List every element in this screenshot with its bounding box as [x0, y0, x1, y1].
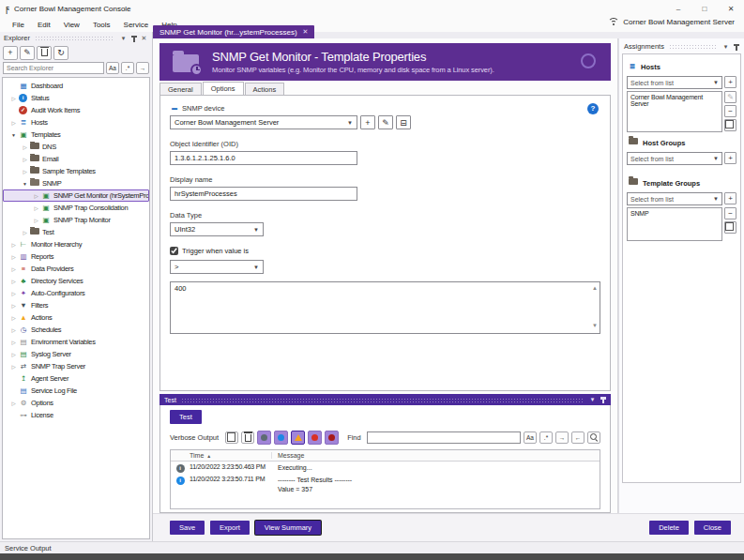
sidebar-item-templates[interactable]: ▼▣Templates — [3, 129, 149, 141]
clear-button[interactable] — [241, 431, 254, 444]
find-regex-button[interactable]: .* — [539, 431, 553, 444]
add-host-button[interactable]: + — [724, 76, 736, 88]
sidebar-item-actions[interactable]: ▷▲Actions — [3, 311, 149, 324]
hosts-select[interactable]: Select from list ▼ — [627, 76, 722, 89]
filter-critical-toggle[interactable] — [325, 431, 339, 445]
remove-host-button[interactable]: − — [724, 105, 736, 117]
sidebar-item-license[interactable]: ⊶License — [3, 409, 149, 421]
tab-actions[interactable]: Actions — [245, 83, 285, 95]
edit-host-button[interactable]: ✎ — [724, 91, 736, 103]
delete-button[interactable]: Delete — [649, 521, 689, 535]
search-input[interactable] — [3, 62, 104, 74]
sidebar-item-hosts[interactable]: ▷≣Hosts — [3, 116, 149, 129]
view-summary-button[interactable]: View Summary — [255, 521, 321, 535]
menu-view[interactable]: View — [57, 19, 86, 31]
delete-button[interactable] — [37, 46, 52, 60]
chevron-down-icon[interactable]: ▾ — [119, 35, 128, 42]
sidebar-item-monitor-hierarchy[interactable]: ▷⊢Monitor Hierarchy — [3, 238, 149, 250]
table-row[interactable]: i 11/20/2022 3:23:50.711 PM -------- Tes… — [171, 474, 600, 495]
sidebar-item-reports[interactable]: ▷▥Reports — [3, 250, 149, 263]
tab-general[interactable]: General — [159, 83, 202, 95]
scroll-up-icon[interactable]: ▲ — [592, 285, 598, 291]
remove-device-button[interactable]: ⊟ — [396, 115, 411, 129]
add-host-group-button[interactable]: + — [724, 152, 736, 164]
sidebar-item-options[interactable]: ▷⚙Options — [3, 397, 149, 409]
display-name-input[interactable] — [170, 187, 357, 201]
trigger-checkbox[interactable] — [170, 247, 178, 255]
template-groups-list[interactable]: SNMP — [627, 207, 722, 241]
snmp-device-select[interactable]: Corner Bowl Management Server ▼ — [170, 115, 357, 129]
copy-button[interactable] — [225, 431, 238, 444]
template-groups-select[interactable]: Select from list ▼ — [627, 192, 722, 205]
match-case-button[interactable]: Aa — [106, 62, 119, 74]
minimize-button[interactable]: – — [665, 0, 691, 17]
remove-template-group-button[interactable]: − — [724, 207, 736, 219]
find-next-button[interactable]: → — [555, 431, 569, 444]
hosts-list[interactable]: Corner Bowl Management Server — [627, 91, 722, 132]
chevron-down-icon[interactable]: ▾ — [588, 396, 597, 403]
save-button[interactable]: Save — [170, 521, 205, 535]
filter-notice-toggle[interactable] — [291, 431, 305, 445]
pin-icon[interactable] — [600, 396, 606, 403]
scroll-down-icon[interactable]: ▼ — [592, 323, 598, 328]
chevron-down-icon[interactable]: ▾ — [721, 43, 730, 51]
sidebar-item-service-log-file[interactable]: ▤Service Log File — [3, 385, 149, 397]
filter-debug-toggle[interactable] — [257, 431, 271, 445]
help-icon[interactable]: ? — [587, 103, 599, 114]
search-go-button[interactable]: → — [136, 62, 149, 74]
menu-service[interactable]: Service — [117, 19, 156, 31]
copy-hosts-button[interactable] — [724, 119, 736, 131]
sidebar-item-dashboard[interactable]: ▦Dashboard — [3, 80, 149, 92]
sidebar-item-snmp-trap-server[interactable]: ▷⇄SNMP Trap Server — [3, 360, 149, 372]
operator-select[interactable]: > ▼ — [170, 260, 264, 274]
pin-icon[interactable] — [733, 43, 739, 51]
tab-options[interactable]: Options — [203, 82, 244, 95]
sidebar-item-audit-work-items[interactable]: ✓Audit Work Items — [3, 104, 149, 116]
sidebar-item-test[interactable]: ▷Test — [3, 226, 149, 238]
copy-template-groups-button[interactable] — [724, 221, 736, 234]
menu-tools[interactable]: Tools — [86, 19, 117, 31]
menu-edit[interactable]: Edit — [31, 19, 57, 31]
template-group-list-item[interactable]: SNMP — [630, 210, 719, 217]
filter-error-toggle[interactable] — [308, 431, 322, 445]
add-template-group-button[interactable]: + — [724, 192, 736, 204]
sidebar-item-snmp-trap-monitor[interactable]: ▷▣SNMP Trap Monitor — [3, 214, 149, 226]
sidebar-item-agent-server[interactable]: ↥Agent Server — [3, 372, 149, 385]
menu-file[interactable]: File — [6, 19, 31, 31]
edit-device-button[interactable]: ✎ — [378, 115, 393, 129]
column-time[interactable]: Time ▲ — [171, 452, 272, 459]
host-list-item[interactable]: Corner Bowl Management Server — [630, 94, 719, 107]
find-search-button[interactable] — [587, 431, 600, 444]
close-panel-icon[interactable]: ✕ — [140, 35, 148, 42]
sidebar-item-status[interactable]: ▷iStatus — [3, 92, 149, 104]
find-input[interactable] — [367, 431, 521, 444]
column-message[interactable]: Message — [272, 452, 304, 459]
add-device-button[interactable]: + — [360, 115, 375, 129]
sidebar-item-environment-variables[interactable]: ▷▤Environment Variables — [3, 336, 149, 348]
close-page-button[interactable]: Close — [694, 521, 731, 535]
sidebar-item-sample-templates[interactable]: ▷Sample Templates — [3, 165, 149, 177]
sidebar-item-schedules[interactable]: ▷◷Schedules — [3, 324, 149, 336]
sidebar-item-snmp[interactable]: ▼SNMP — [3, 177, 149, 189]
sidebar-item-directory-services[interactable]: ▷♣Directory Services — [3, 275, 149, 287]
regex-button[interactable]: .* — [121, 62, 134, 74]
refresh-button[interactable]: ↻ — [53, 46, 68, 60]
sidebar-item-filters[interactable]: ▷▼Filters — [3, 299, 149, 311]
sidebar-item-snmp-trap-consolidation[interactable]: ▷▣SNMP Trap Consolidation — [3, 202, 149, 214]
sidebar-item-dns[interactable]: ▷DNS — [3, 141, 149, 153]
add-button[interactable]: + — [3, 46, 18, 60]
find-prev-button[interactable]: ← — [571, 431, 585, 444]
tab-close-icon[interactable]: ✕ — [303, 28, 309, 36]
export-button[interactable]: Export — [210, 521, 250, 535]
maximize-button[interactable]: □ — [691, 0, 718, 17]
filter-info-toggle[interactable] — [274, 431, 288, 445]
pin-icon[interactable] — [130, 35, 137, 42]
oid-input[interactable] — [170, 151, 357, 165]
find-match-case-button[interactable]: Aa — [524, 431, 537, 444]
table-row[interactable]: i 11/20/2022 3:23:50.463 PM Executing... — [171, 462, 600, 474]
close-button[interactable]: ✕ — [718, 0, 744, 17]
sidebar-item-auto-configurators[interactable]: ▷✦Auto-Configurators — [3, 287, 149, 299]
sidebar-item-syslog-server[interactable]: ▷▤Syslog Server — [3, 348, 149, 360]
sidebar-item-data-providers[interactable]: ▷≡Data Providers — [3, 263, 149, 275]
sidebar-item-email[interactable]: ▷Email — [3, 153, 149, 165]
